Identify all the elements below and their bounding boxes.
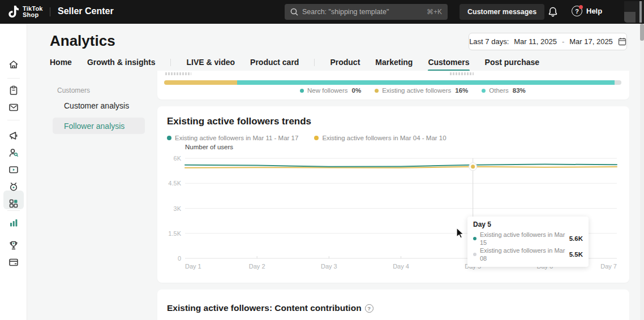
search-input[interactable]: [302, 8, 423, 16]
tab-customers[interactable]: Customers: [428, 58, 469, 69]
seller-center-page: TikTok Shop Seller Center ⌘+K Customer m…: [0, 0, 644, 320]
clipped-text-fragment: [450, 72, 474, 75]
svg-text:Day 4: Day 4: [393, 263, 409, 270]
svg-text:4.5K: 4.5K: [168, 180, 181, 187]
search-icon: [290, 8, 298, 16]
live-tv-icon[interactable]: [8, 181, 19, 192]
date-separator: -: [562, 37, 564, 46]
tiktok-note-icon: [7, 5, 20, 19]
rail-divider: [7, 120, 20, 120]
legend-existing-active: Existing active followers 16%: [375, 87, 468, 94]
page-scrollbar-thumb[interactable]: [640, 24, 644, 41]
svg-text:Day 3: Day 3: [321, 263, 337, 270]
header-divider: [50, 7, 50, 16]
tab-marketing[interactable]: Marketing: [375, 58, 413, 69]
apps-grid-icon[interactable]: [8, 198, 19, 209]
help-icon: ?: [572, 6, 582, 16]
trends-card: Existing active followers trends Existin…: [157, 106, 629, 283]
legend-new-followers: New followers 0%: [300, 87, 361, 94]
date-end: Mar 17, 2025: [569, 37, 613, 46]
follower-composition-bar: [164, 80, 621, 85]
calendar-icon: [618, 37, 626, 46]
tab-growth-insights[interactable]: Growth & insights: [87, 58, 156, 69]
icon-rail: [0, 24, 27, 320]
legend-dot: [300, 89, 304, 93]
tab-product-card[interactable]: Product card: [250, 58, 299, 69]
finance-card-icon[interactable]: [8, 257, 19, 268]
content-contribution-title: Existing active followers: Content contr…: [167, 303, 362, 313]
tiktok-shop-logo[interactable]: TikTok Shop: [7, 0, 43, 24]
bar-segment-remainder: [615, 80, 621, 85]
videos-icon[interactable]: [8, 164, 19, 175]
legend-current-period[interactable]: Existing active followers in Mar 11 - Ma…: [167, 135, 298, 141]
legend-dot: [314, 136, 319, 140]
date-range-picker[interactable]: Last 7 days: Mar 11, 2025 - Mar 17, 2025: [469, 33, 627, 50]
tooltip-row: Existing active followers in Mar 15 5.6K: [473, 231, 583, 247]
svg-text:3K: 3K: [174, 205, 182, 212]
svg-text:Day 2: Day 2: [249, 263, 265, 270]
page-scrollbar-track[interactable]: [640, 24, 644, 320]
help-menu[interactable]: ? Help: [572, 6, 602, 16]
tab-product[interactable]: Product: [330, 58, 360, 69]
svg-text:0: 0: [178, 255, 181, 262]
home-icon[interactable]: [8, 59, 19, 70]
tooltip-dot: [473, 237, 476, 240]
tab-home[interactable]: Home: [50, 58, 72, 69]
tooltip-dot: [473, 253, 476, 256]
rewards-trophy-icon[interactable]: [8, 240, 19, 251]
tab-divider: [170, 59, 171, 66]
top-bar: TikTok Shop Seller Center ⌘+K Customer m…: [0, 0, 644, 24]
analytics-tabs: Home Growth & insights LIVE & video Prod…: [50, 57, 555, 70]
bar-segment-others: [237, 80, 615, 85]
customers-people-icon[interactable]: [8, 147, 19, 158]
svg-text:Day 7: Day 7: [600, 263, 617, 270]
composition-legend: New followers 0% Existing active followe…: [300, 87, 526, 94]
sidebar-section-label: Customers: [57, 87, 90, 94]
customer-messages-button[interactable]: Customer messages: [460, 4, 544, 20]
tab-divider: [314, 59, 315, 66]
legend-dot: [375, 89, 379, 93]
search-shortcut: ⌘+K: [427, 8, 442, 16]
orders-clipboard-icon[interactable]: [8, 85, 19, 96]
tab-live-video[interactable]: LIVE & video: [186, 58, 235, 69]
page-title: Analytics: [50, 32, 115, 50]
help-label: Help: [586, 7, 602, 15]
brand-line2: Shop: [23, 12, 43, 18]
legend-previous-period[interactable]: Existing active followers in Mar 04 - Ma…: [314, 135, 446, 141]
tab-post-purchase[interactable]: Post purchase: [485, 58, 539, 69]
marketing-megaphone-icon[interactable]: [8, 130, 19, 141]
tooltip-row: Existing active followers in Mar 08 5.5K: [473, 247, 583, 262]
rail-divider: [7, 78, 20, 79]
sidebar-item-customer-analysis[interactable]: Customer analysis: [53, 97, 145, 114]
notification-dot: [579, 5, 583, 9]
seller-center-title: Seller Center: [58, 6, 114, 16]
trends-title: Existing active followers trends: [167, 116, 311, 127]
notifications-bell-icon[interactable]: [547, 6, 559, 18]
global-search[interactable]: ⌘+K: [285, 4, 448, 20]
tooltip-title: Day 5: [473, 220, 583, 228]
chart-tooltip: Day 5 Existing active followers in Mar 1…: [467, 217, 589, 267]
svg-text:1.5K: 1.5K: [168, 230, 181, 237]
y-axis-title: Number of users: [185, 144, 233, 150]
legend-dot: [482, 89, 486, 93]
trends-legend: Existing active followers in Mar 11 - Ma…: [167, 135, 446, 141]
messages-envelope-icon[interactable]: [8, 102, 19, 113]
floating-window-corner: [624, 1, 644, 23]
bar-segment-existing: [164, 80, 237, 85]
analytics-chart-icon[interactable]: [8, 217, 19, 228]
clipped-text-fragment: [165, 72, 191, 75]
mouse-cursor: [456, 227, 465, 240]
rail-divider: [7, 210, 20, 211]
legend-others: Others 83%: [482, 87, 526, 94]
svg-text:6K: 6K: [174, 155, 182, 162]
info-icon[interactable]: ?: [365, 304, 373, 313]
sidebar-item-follower-analysis[interactable]: Follower analysis: [53, 118, 145, 134]
content-contribution-card: Existing active followers: Content contr…: [157, 289, 629, 320]
date-start: Mar 11, 2025: [514, 37, 557, 46]
date-range-label: Last 7 days:: [469, 37, 509, 46]
legend-dot: [167, 136, 171, 140]
follower-composition-card: New followers 0% Existing active followe…: [157, 71, 629, 100]
svg-text:Day 1: Day 1: [185, 263, 201, 270]
